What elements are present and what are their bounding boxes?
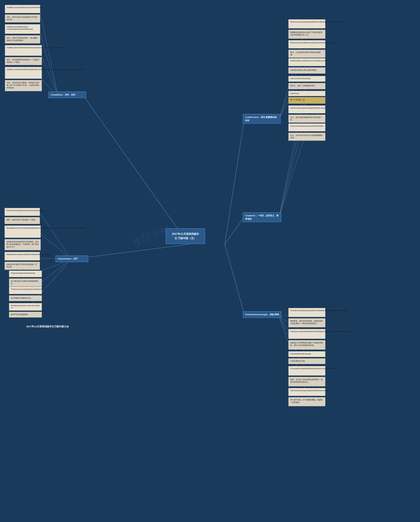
card-inaddition-1-en: Inaddition,youcanelecttoshareyourfileswi… [5, 5, 40, 13]
card-forinstance-3-en: LetmetakeEdisonforexample. [288, 351, 325, 357]
branch-bynomeans: 4.bynomeans，决不 [55, 255, 88, 262]
card-inaddition-2-zh: 此外，在客户等待的过程中，他们赚钱的能力不会受到妨碍。 [5, 35, 40, 43]
svg-line-7 [39, 51, 58, 97]
svg-line-1 [85, 244, 189, 257]
card-forinstance-5-en: Soforexample,Ihaveperceptionsoftheworlda… [288, 388, 325, 396]
svg-line-21 [279, 129, 307, 218]
svg-line-2 [225, 118, 244, 244]
card-whatsmore-2-en: What'smore,therewillbenosmokingsectionin… [288, 40, 325, 48]
card-inaddition-3-zh: 此外，有证据表明有些材料从一个表面迁移到另一个表面。 [5, 57, 42, 65]
card-bynomeans-2-en: Whathappensnext,whenthestateandtheproces… [5, 225, 41, 238]
svg-line-9 [39, 212, 71, 259]
card-whatsmore-1-zh: 更重要的是他是在众多放下手套的球星中对足球贡献最大的一位。 [288, 30, 325, 39]
card-inaword-3-en: Inaword,theycandoeverythingtheylikewith,… [288, 106, 325, 113]
card-inaword-4-en: Inaword,bicyclesplayanimportantroleindai… [288, 123, 325, 131]
svg-line-6 [39, 30, 58, 97]
card-inaword-1-zh: 简言之，他对一切都感到厌倦了。 [288, 83, 325, 89]
card-inaddition-4-zh: 另外，你也可以自行配置，这样就可以把私人和工作书签区分开来——如果你愿这样做的话… [5, 80, 42, 91]
center-title: 2017年12月英语四级作文 万能句型（五） [166, 228, 205, 244]
card-inaword-2-en: Inaword,yes. [288, 91, 325, 96]
svg-line-0 [85, 98, 189, 244]
branch-inaword: 3.inaword，一句话，总而言之，简单地说 [243, 212, 281, 222]
card-bynomeans-1-zh: 然而，这些记号并不意味着一个标准。 [5, 217, 40, 224]
card-whatsmore-3-zh: 他对我们很友好,而且,他学得很好。 [288, 67, 325, 74]
branch-forinstance: 5.forinstance/example，例如;举例 [243, 311, 281, 318]
card-bynomeans-5-zh: 这决非解决问题的好办法。 [9, 295, 42, 301]
card-inaddition-2-en: Inaddition,theirabilitytomakem oneywilln… [5, 24, 40, 34]
card-bynomeans-4-zh: 这个提议绝不会理所当然地获得通过。 [9, 278, 42, 286]
card-inaword-1-en: Inaword,hetiresofeverything. [288, 76, 325, 82]
branch-whatsmore: 1.what'smore，而且;更重要的是;另外 [243, 114, 280, 124]
svg-line-5 [39, 9, 58, 97]
card-whatsmore-1-en: What'smore,hewasthegreatestdistributorof… [288, 19, 325, 28]
card-bynomeans-1-en: However,thesenotationswerebynomeansastan… [5, 208, 40, 216]
card-inaddition-4-en: Inaddition,youhavetheabilitytosetupprofi… [5, 67, 42, 79]
card-bynomeans-2-zh: 这种状态和过程如果决不是完整的，那么至少应该是确定的，可辨识的。接下来会发生什么… [5, 239, 41, 250]
watermark: 水印示例 [130, 223, 172, 249]
card-bynomeans-6-zh: 她可不穷,其实她很阔。 [9, 312, 42, 317]
card-inaddition-3-en: Inaddition,thereisevidencethatsomemateri… [5, 45, 42, 56]
card-forinstance-2-en: Forinstance,wehavehelpedthembuild36stadi… [288, 329, 325, 339]
card-bynomeans-5-en: Thisisbynomeansagoodwaytosolvetheproblem… [9, 287, 42, 294]
card-inaddition-1-zh: 另外，您可以决定与其他的用户共享您的文件。 [5, 15, 40, 23]
svg-line-4 [225, 244, 244, 315]
branch-inaddition: 2.inaddition，另外，此外 [48, 92, 86, 98]
card-forinstance-4-en: Forexample;lusedtobeafraidtobemyselfwhen… [288, 366, 325, 376]
card-whatsmore-2-zh: 而且，公共场所室内将不再设置无烟区域。 [288, 50, 325, 58]
bottom-title: 2017年12月英语四级作文万能句型大全 [25, 325, 70, 329]
card-forinstance-1-en: Forinstance,lhatecleaningmykitchen,butld… [288, 308, 325, 317]
card-bynomeans-6-en: Sheisbynomeanspoor.infact,she'squiteri c… [9, 303, 42, 311]
card-forinstance-3-zh: 让我以爱迪生为例。 [288, 358, 325, 364]
card-forinstance-2-zh: 例如我们已经帮助他们建设了36座体育场馆，我们今后还将继续这样做。 [288, 340, 325, 350]
card-inaword-4-zh: 总之，自行车在日常生活中发挥着重要的作用。 [288, 133, 325, 141]
card-inaword-3-zh: 总之，他们用金钱能做到他们喜欢做的一切。 [288, 115, 325, 123]
card-forinstance-5-zh: 举个例子来说，对于周遭的事物，我拥有一定的感知。 [288, 397, 325, 406]
card-bynomeans-3-en: Butthatisbynomeastheonlydifferencebetwee… [5, 252, 40, 261]
svg-line-3 [225, 216, 244, 244]
card-bynomeans-4-en: Thisproposalisbynomeasurething. [9, 271, 42, 277]
card-bynomeans-3-zh: 但是这决不是两个经济体之间的唯一不同之处。 [5, 262, 40, 270]
card-whatsmore-3-en: Heisfriendlytous.Andwhat'smore,hestudies… [288, 58, 325, 66]
card-forinstance-4-zh: 例如，当与别人交往时我会感觉害怕，我意识到我害怕的是自己。 [288, 377, 325, 386]
card-inaword-2-zh: 用一个字来说，是。 [288, 97, 325, 104]
card-forinstance-1-zh: 举例来说，我讨厌清洁厨房，但我还是因为喜欢看到一个整洁的厨房而做了。 [288, 318, 325, 327]
